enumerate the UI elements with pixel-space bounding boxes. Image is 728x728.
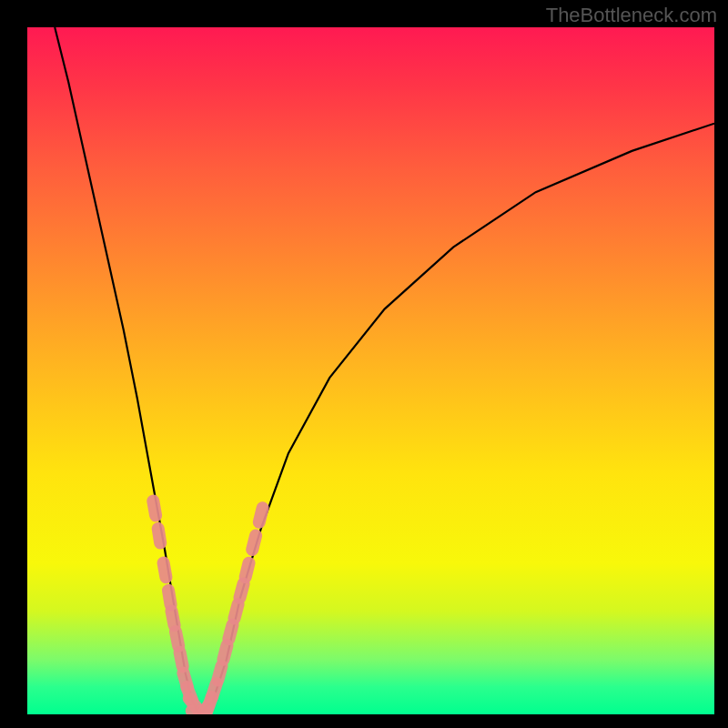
curve-marker [189, 698, 198, 710]
curve-marker [207, 697, 211, 711]
curve-marker [252, 536, 256, 551]
curve-marker [217, 666, 221, 680]
axis-left-mask [0, 0, 27, 728]
bottleneck-curve [55, 27, 714, 714]
curve-marker [246, 563, 249, 578]
curve-marker [212, 683, 217, 697]
curve-layer [55, 27, 714, 714]
curve-marker [235, 604, 238, 619]
watermark-text: TheBottleneck.com [546, 4, 717, 27]
curve-marker [164, 563, 167, 578]
curve-marker [168, 591, 171, 605]
curve-marker [200, 705, 208, 714]
curve-marker [183, 673, 187, 687]
curve-marker [240, 583, 244, 597]
chart-plot-area [27, 27, 714, 714]
curve-marker [180, 652, 183, 667]
curve-marker [223, 645, 227, 660]
curve-marker [172, 612, 175, 626]
curve-marker [158, 529, 161, 543]
axis-bottom-mask [0, 714, 728, 728]
marker-layer [153, 501, 262, 714]
curve-marker [176, 632, 178, 646]
curve-marker [259, 508, 263, 522]
curve-marker [228, 625, 232, 639]
curve-marker [187, 687, 192, 701]
curve-marker [153, 501, 156, 516]
chart-svg [27, 27, 714, 714]
